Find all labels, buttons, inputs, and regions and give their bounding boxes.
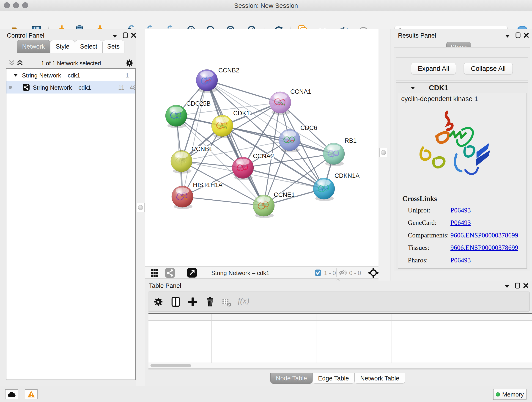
node-label: HIST1H1A — [193, 182, 222, 188]
tab-node-table[interactable]: Node Table — [270, 373, 312, 384]
table-hscrollbar-track[interactable] — [148, 363, 532, 369]
network-node-CDK1[interactable] — [211, 115, 233, 138]
panel-close-icon[interactable] — [523, 32, 529, 38]
hidden-eye-slash-icon[interactable] — [339, 269, 347, 277]
show-columns-icon[interactable] — [171, 297, 181, 307]
table-bottom-border-2 — [148, 369, 532, 370]
crosslink-label: Pharos: — [408, 256, 428, 264]
gene-name: CDK1 — [429, 84, 448, 92]
node-label: RB1 — [345, 137, 357, 144]
panel-float-icon[interactable] — [515, 282, 520, 289]
tab-edge-table[interactable]: Edge Table — [312, 373, 355, 384]
network-node-CDC6[interactable] — [279, 129, 300, 153]
network-node-CDKN1A[interactable] — [313, 178, 335, 201]
gene-detail-card: cyclin-dependent kinase 1 CrossLinks Uni… — [398, 93, 527, 269]
title-bar: Session: New Session — [0, 0, 532, 11]
panel-float-icon[interactable] — [515, 32, 521, 38]
right-splitter[interactable] — [379, 29, 390, 281]
tab-sets[interactable]: Sets — [102, 40, 124, 53]
network-svg: CCNB2CCNA1CDC25BCDK1CDC6RB1CCNB1CCNA2CDK… — [145, 29, 379, 266]
panel-float-icon[interactable] — [122, 32, 128, 38]
network-selected-status: 1 of 1 Network selected — [25, 60, 117, 67]
column-divider — [211, 314, 212, 363]
selected-count: 1 - 0 — [324, 269, 336, 277]
collapse-all-icon[interactable] — [8, 60, 15, 66]
column-divider — [488, 314, 488, 363]
network-edge[interactable] — [182, 197, 264, 206]
network-node-HIST1H1A[interactable] — [172, 186, 193, 209]
bar-separator — [366, 267, 366, 279]
network-row-selected[interactable]: String Network – cdk1 11 48 — [6, 81, 135, 94]
panel-menu-icon[interactable] — [112, 33, 118, 38]
expand-all-icon[interactable] — [17, 60, 23, 66]
network-node-CCNE1[interactable] — [253, 195, 274, 218]
selected-checkbox-icon[interactable] — [315, 269, 321, 276]
collection-label: String Network – cdk1 — [22, 72, 80, 79]
birdseye-crosshair-icon[interactable] — [368, 268, 379, 278]
network-node-CCNB2[interactable] — [196, 70, 218, 93]
row-divider — [148, 330, 532, 330]
column-divider — [316, 314, 317, 363]
network-node-CCNA1[interactable] — [269, 92, 291, 115]
network-share-icon[interactable] — [165, 268, 175, 278]
network-collection-row[interactable]: String Network – cdk1 1 — [6, 69, 135, 81]
collapse-all-button[interactable]: Collapse All — [464, 63, 513, 74]
left-splitter[interactable] — [136, 29, 145, 388]
node-label: CDKN1A — [335, 172, 360, 179]
tree-expand-icon[interactable] — [13, 73, 18, 77]
gene-section-header[interactable]: CDK1 — [396, 83, 528, 93]
crosslink-pharos[interactable]: P06493 — [450, 256, 471, 264]
column-divider — [450, 314, 450, 363]
tab-select[interactable]: Select — [75, 40, 102, 53]
options-gear-icon[interactable] — [125, 59, 134, 67]
tab-network-table[interactable]: Network Table — [355, 373, 405, 384]
add-column-icon[interactable] — [188, 297, 198, 307]
network-view-toolbar: String Network – cdk1 1 - 0 0 - 0 — [145, 266, 379, 279]
network-node-CCNB1[interactable] — [171, 150, 192, 173]
control-panel-title: Control Panel — [7, 32, 44, 39]
cloud-button[interactable] — [5, 389, 18, 399]
network-node-RB1[interactable] — [323, 143, 345, 166]
delete-table-icon — [222, 298, 231, 307]
tab-network[interactable]: Network — [17, 40, 50, 53]
network-status-dot — [9, 86, 12, 89]
panel-menu-icon[interactable] — [504, 284, 510, 289]
tab-style[interactable]: Style — [50, 40, 75, 53]
expand-all-button[interactable]: Expand All — [411, 63, 456, 74]
bar-separator — [203, 268, 203, 278]
network-canvas[interactable]: CCNB2CCNA1CDC25BCDK1CDC6RB1CCNB1CCNA2CDK… — [145, 29, 379, 266]
node-label: CCNB2 — [218, 67, 239, 74]
panel-close-icon[interactable] — [523, 283, 529, 288]
panel-close-icon[interactable] — [131, 32, 137, 38]
table-gear-icon[interactable] — [153, 297, 163, 307]
delete-column-icon[interactable] — [205, 297, 215, 307]
crosslink-uniprot[interactable]: P06493 — [450, 206, 471, 214]
crosslink-genecard[interactable]: P06493 — [450, 219, 471, 226]
results-panel-title: Results Panel — [398, 32, 436, 39]
table-hscrollbar-thumb[interactable] — [151, 364, 191, 367]
panel-menu-icon[interactable] — [505, 33, 510, 38]
grid-view-icon[interactable] — [150, 268, 159, 278]
open-in-new-icon[interactable] — [187, 268, 197, 278]
network-title: String Network – cdk1 — [211, 269, 269, 277]
hidden-count: 0 - 0 — [349, 269, 361, 277]
left-splitter-grip[interactable] — [137, 203, 145, 212]
warnings-button[interactable] — [25, 389, 38, 399]
node-label: CCNA1 — [290, 88, 311, 95]
network-edge[interactable] — [182, 80, 207, 197]
crosslink-compartments[interactable]: 9606.ENSP00000378699 — [450, 231, 518, 239]
network-node-CCNA2[interactable] — [232, 157, 254, 180]
control-panel: Control Panel Network Style Select Sets … — [0, 29, 136, 388]
memory-button[interactable]: Memory — [493, 389, 526, 400]
column-divider — [392, 314, 392, 363]
network-node-count: 11 — [118, 84, 124, 91]
table-header-row — [148, 314, 532, 321]
crosslink-tissues[interactable]: 9606.ENSP00000378699 — [450, 244, 518, 251]
network-node-CDC25B[interactable] — [165, 105, 187, 128]
results-button-bar: Expand All Collapse All — [396, 57, 528, 80]
gene-description: cyclin-dependent kinase 1 — [401, 95, 478, 103]
results-panel: Results Panel String Expand All Collapse… — [390, 29, 532, 281]
network-edge[interactable] — [207, 80, 280, 102]
right-splitter-grip[interactable] — [380, 148, 387, 157]
section-collapse-icon[interactable] — [410, 86, 416, 90]
